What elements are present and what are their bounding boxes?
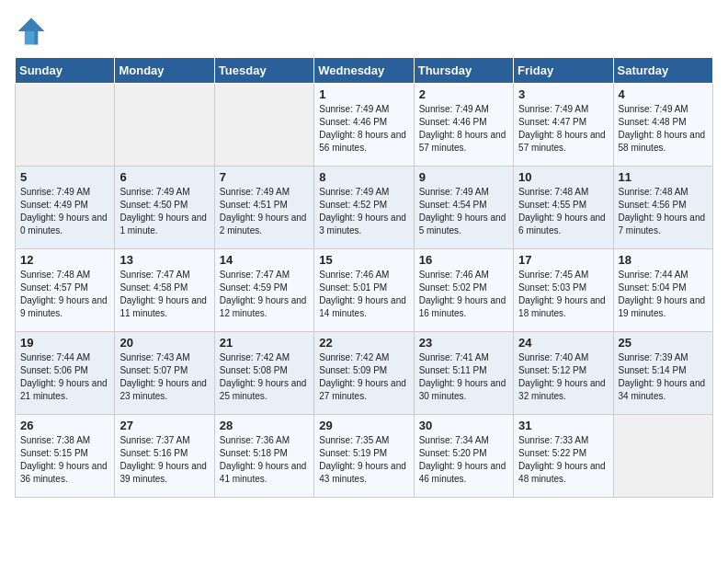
calendar-cell: 25Sunrise: 7:39 AM Sunset: 5:14 PM Dayli… xyxy=(613,332,712,415)
calendar-cell: 27Sunrise: 7:37 AM Sunset: 5:16 PM Dayli… xyxy=(115,415,214,498)
day-info: Sunrise: 7:48 AM Sunset: 4:56 PM Dayligh… xyxy=(619,186,708,237)
calendar-cell: 9Sunrise: 7:49 AM Sunset: 4:54 PM Daylig… xyxy=(414,167,513,249)
day-info: Sunrise: 7:44 AM Sunset: 5:06 PM Dayligh… xyxy=(20,351,109,403)
day-number: 7 xyxy=(220,170,309,184)
day-number: 24 xyxy=(518,336,608,350)
day-info: Sunrise: 7:37 AM Sunset: 5:16 PM Dayligh… xyxy=(119,434,209,486)
calendar-cell: 7Sunrise: 7:49 AM Sunset: 4:51 PM Daylig… xyxy=(214,167,313,249)
calendar-cell: 15Sunrise: 7:46 AM Sunset: 5:01 PM Dayli… xyxy=(314,249,414,332)
calendar-cell: 6Sunrise: 7:49 AM Sunset: 4:50 PM Daylig… xyxy=(115,167,214,249)
day-info: Sunrise: 7:38 AM Sunset: 5:15 PM Dayligh… xyxy=(20,434,109,486)
calendar-cell xyxy=(613,415,712,498)
logo xyxy=(15,15,51,48)
day-info: Sunrise: 7:49 AM Sunset: 4:46 PM Dayligh… xyxy=(419,103,508,155)
day-info: Sunrise: 7:49 AM Sunset: 4:48 PM Dayligh… xyxy=(619,103,708,155)
calendar-cell xyxy=(16,84,115,167)
calendar-cell: 24Sunrise: 7:40 AM Sunset: 5:12 PM Dayli… xyxy=(514,332,613,415)
day-info: Sunrise: 7:46 AM Sunset: 5:02 PM Dayligh… xyxy=(419,269,508,320)
day-number: 23 xyxy=(419,336,508,350)
day-number: 3 xyxy=(518,87,608,101)
day-number: 27 xyxy=(119,419,209,432)
calendar-cell: 2Sunrise: 7:49 AM Sunset: 4:46 PM Daylig… xyxy=(414,84,513,167)
day-number: 26 xyxy=(20,419,109,432)
calendar-cell: 1Sunrise: 7:49 AM Sunset: 4:46 PM Daylig… xyxy=(314,84,414,167)
day-number: 9 xyxy=(419,170,508,184)
day-info: Sunrise: 7:43 AM Sunset: 5:07 PM Dayligh… xyxy=(119,351,209,403)
calendar-cell: 18Sunrise: 7:44 AM Sunset: 5:04 PM Dayli… xyxy=(613,249,712,332)
calendar-cell: 3Sunrise: 7:49 AM Sunset: 4:47 PM Daylig… xyxy=(514,84,613,167)
weekday-header-friday: Friday xyxy=(514,58,613,84)
day-number: 22 xyxy=(319,336,408,350)
day-number: 6 xyxy=(119,170,209,184)
day-number: 29 xyxy=(319,419,408,432)
day-info: Sunrise: 7:36 AM Sunset: 5:18 PM Dayligh… xyxy=(220,434,309,486)
weekday-header-monday: Monday xyxy=(115,58,214,84)
day-info: Sunrise: 7:49 AM Sunset: 4:47 PM Dayligh… xyxy=(518,103,608,155)
calendar-cell: 26Sunrise: 7:38 AM Sunset: 5:15 PM Dayli… xyxy=(16,415,115,498)
calendar-cell xyxy=(115,84,214,167)
day-number: 21 xyxy=(220,336,309,350)
day-info: Sunrise: 7:49 AM Sunset: 4:49 PM Dayligh… xyxy=(20,186,109,237)
calendar-cell: 20Sunrise: 7:43 AM Sunset: 5:07 PM Dayli… xyxy=(115,332,214,415)
day-info: Sunrise: 7:40 AM Sunset: 5:12 PM Dayligh… xyxy=(518,351,608,403)
calendar-cell: 23Sunrise: 7:41 AM Sunset: 5:11 PM Dayli… xyxy=(414,332,513,415)
calendar-cell: 5Sunrise: 7:49 AM Sunset: 4:49 PM Daylig… xyxy=(16,167,115,249)
day-number: 31 xyxy=(518,419,608,432)
day-info: Sunrise: 7:34 AM Sunset: 5:20 PM Dayligh… xyxy=(419,434,508,486)
calendar-cell: 17Sunrise: 7:45 AM Sunset: 5:03 PM Dayli… xyxy=(514,249,613,332)
day-info: Sunrise: 7:49 AM Sunset: 4:46 PM Dayligh… xyxy=(319,103,408,155)
calendar-cell: 10Sunrise: 7:48 AM Sunset: 4:55 PM Dayli… xyxy=(514,167,613,249)
calendar-cell: 29Sunrise: 7:35 AM Sunset: 5:19 PM Dayli… xyxy=(314,415,414,498)
calendar-cell: 12Sunrise: 7:48 AM Sunset: 4:57 PM Dayli… xyxy=(16,249,115,332)
day-number: 1 xyxy=(319,87,408,101)
day-info: Sunrise: 7:47 AM Sunset: 4:59 PM Dayligh… xyxy=(220,269,309,320)
day-info: Sunrise: 7:48 AM Sunset: 4:55 PM Dayligh… xyxy=(518,186,608,237)
weekday-header-tuesday: Tuesday xyxy=(214,58,313,84)
day-number: 16 xyxy=(419,253,508,267)
day-info: Sunrise: 7:35 AM Sunset: 5:19 PM Dayligh… xyxy=(319,434,408,486)
calendar-cell: 11Sunrise: 7:48 AM Sunset: 4:56 PM Dayli… xyxy=(613,167,712,249)
calendar-table: SundayMondayTuesdayWednesdayThursdayFrid… xyxy=(15,57,713,498)
day-info: Sunrise: 7:42 AM Sunset: 5:09 PM Dayligh… xyxy=(319,351,408,403)
day-number: 8 xyxy=(319,170,408,184)
day-info: Sunrise: 7:49 AM Sunset: 4:52 PM Dayligh… xyxy=(319,186,408,237)
page-header xyxy=(15,15,713,48)
weekday-header-wednesday: Wednesday xyxy=(314,58,414,84)
calendar-cell: 14Sunrise: 7:47 AM Sunset: 4:59 PM Dayli… xyxy=(214,249,313,332)
day-info: Sunrise: 7:39 AM Sunset: 5:14 PM Dayligh… xyxy=(619,351,708,403)
day-number: 18 xyxy=(619,253,708,267)
day-number: 20 xyxy=(119,336,209,350)
weekday-header-thursday: Thursday xyxy=(414,58,513,84)
day-number: 4 xyxy=(619,87,708,101)
day-number: 28 xyxy=(220,419,309,432)
day-number: 30 xyxy=(419,419,508,432)
calendar-cell: 31Sunrise: 7:33 AM Sunset: 5:22 PM Dayli… xyxy=(514,415,613,498)
day-info: Sunrise: 7:42 AM Sunset: 5:08 PM Dayligh… xyxy=(220,351,309,403)
day-number: 25 xyxy=(619,336,708,350)
day-info: Sunrise: 7:46 AM Sunset: 5:01 PM Dayligh… xyxy=(319,269,408,320)
calendar-cell: 4Sunrise: 7:49 AM Sunset: 4:48 PM Daylig… xyxy=(613,84,712,167)
calendar-cell: 28Sunrise: 7:36 AM Sunset: 5:18 PM Dayli… xyxy=(214,415,313,498)
day-info: Sunrise: 7:45 AM Sunset: 5:03 PM Dayligh… xyxy=(518,269,608,320)
day-number: 10 xyxy=(518,170,608,184)
day-number: 5 xyxy=(20,170,109,184)
day-info: Sunrise: 7:41 AM Sunset: 5:11 PM Dayligh… xyxy=(419,351,508,403)
weekday-header-sunday: Sunday xyxy=(16,58,115,84)
day-info: Sunrise: 7:48 AM Sunset: 4:57 PM Dayligh… xyxy=(20,269,109,320)
day-info: Sunrise: 7:44 AM Sunset: 5:04 PM Dayligh… xyxy=(619,269,708,320)
day-info: Sunrise: 7:47 AM Sunset: 4:58 PM Dayligh… xyxy=(119,269,209,320)
day-number: 2 xyxy=(419,87,508,101)
calendar-cell: 8Sunrise: 7:49 AM Sunset: 4:52 PM Daylig… xyxy=(314,167,414,249)
calendar-cell: 19Sunrise: 7:44 AM Sunset: 5:06 PM Dayli… xyxy=(16,332,115,415)
weekday-header-saturday: Saturday xyxy=(613,58,712,84)
day-info: Sunrise: 7:49 AM Sunset: 4:54 PM Dayligh… xyxy=(419,186,508,237)
day-number: 17 xyxy=(518,253,608,267)
calendar-cell: 30Sunrise: 7:34 AM Sunset: 5:20 PM Dayli… xyxy=(414,415,513,498)
calendar-cell: 22Sunrise: 7:42 AM Sunset: 5:09 PM Dayli… xyxy=(314,332,414,415)
calendar-cell: 16Sunrise: 7:46 AM Sunset: 5:02 PM Dayli… xyxy=(414,249,513,332)
logo-icon xyxy=(15,15,48,48)
calendar-cell: 21Sunrise: 7:42 AM Sunset: 5:08 PM Dayli… xyxy=(214,332,313,415)
day-number: 12 xyxy=(20,253,109,267)
day-number: 19 xyxy=(20,336,109,350)
day-number: 14 xyxy=(220,253,309,267)
